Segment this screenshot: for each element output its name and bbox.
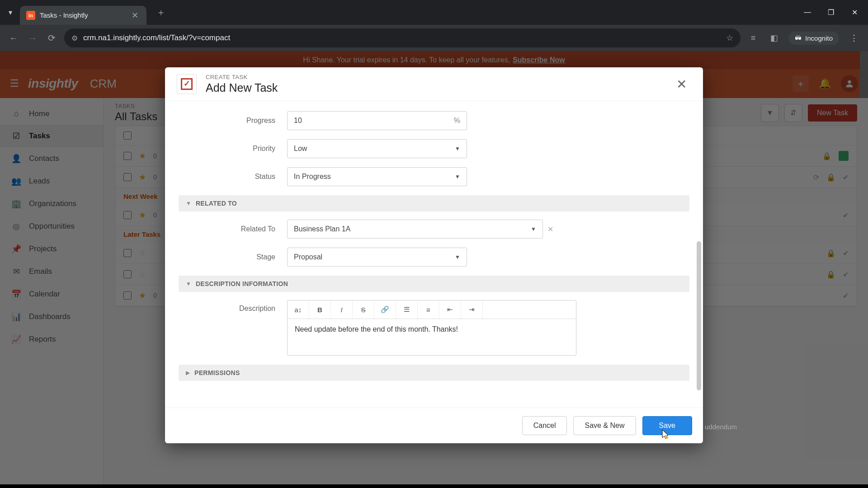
stage-value: Proposal [294,253,322,261]
section-title: PERMISSIONS [194,369,240,376]
bullet-list-icon[interactable]: ☰ [396,300,418,319]
stage-select[interactable]: Proposal ▼ [287,248,467,267]
outdent-icon[interactable]: ⇤ [439,300,461,319]
browser-tab-strip: ▾ in Tasks - Insightly ✕ ＋ ― ❐ ✕ [0,0,868,25]
incognito-chip[interactable]: 🕶 Incognito [788,32,839,45]
cancel-button[interactable]: Cancel [522,416,567,435]
number-list-icon[interactable]: ≡ [418,300,439,319]
section-title: DESCRIPTION INFORMATION [196,280,288,287]
status-value: In Progress [294,173,331,181]
minimize-icon[interactable]: ― [802,8,813,17]
modal-scrollbar[interactable] [697,241,701,390]
section-permissions[interactable]: ▶ PERMISSIONS [179,365,689,381]
chevron-down-icon: ▼ [455,174,460,180]
save-button[interactable]: Save [642,416,692,435]
bold-icon[interactable]: B [309,300,331,319]
section-title: RELATED TO [196,200,237,207]
close-tab-icon[interactable]: ✕ [130,10,140,20]
modal-title: Add New Task [206,81,278,94]
modal-footer: uddendum Cancel Save & New Save [165,408,703,443]
reload-icon[interactable]: ⟳ [45,33,58,43]
chevron-down-icon: ▼ [455,254,460,260]
sidepanel-icon[interactable]: ◧ [768,33,780,43]
back-icon[interactable]: ← [7,33,20,43]
url-text: crm.na1.insightly.com/list/Task/?v=compa… [83,33,721,42]
priority-value: Low [294,145,307,153]
description-editor: a↕ B I S 🔗 ☰ ≡ ⇤ ⇥ Need update before th… [287,300,576,356]
modal-header: CREATE TASK Add New Task ✕ [165,67,703,101]
font-size-icon[interactable]: a↕ [288,300,309,319]
close-icon[interactable]: ✕ [672,75,691,94]
indent-icon[interactable]: ⇥ [461,300,483,319]
description-label: Description [179,300,287,313]
site-info-icon[interactable]: ⚙ [71,34,78,42]
forward-icon[interactable]: → [26,33,39,43]
address-bar: ← → ⟳ ⚙ crm.na1.insightly.com/list/Task/… [0,25,868,51]
modal-overlay[interactable]: CREATE TASK Add New Task ✕ Progress 10 %… [0,51,868,484]
strike-icon[interactable]: S [353,300,374,319]
priority-label: Priority [179,145,287,153]
save-and-new-button[interactable]: Save & New [573,416,636,435]
browser-tab[interactable]: in Tasks - Insightly ✕ [20,6,146,25]
tab-favicon-icon: in [26,11,35,20]
background-text-fragment: uddendum [705,423,737,431]
section-description-info[interactable]: ▼ DESCRIPTION INFORMATION [179,276,689,292]
add-task-modal: CREATE TASK Add New Task ✕ Progress 10 %… [165,67,703,443]
modal-body: Progress 10 % Priority Low ▼ Status [165,101,703,408]
progress-input[interactable]: 10 % [287,111,467,130]
progress-label: Progress [179,117,287,125]
related-to-select[interactable]: Business Plan 1A ▼ [287,220,543,239]
stage-label: Stage [179,253,287,261]
chevron-down-icon: ▼ [186,200,191,206]
incognito-label: Incognito [805,34,833,42]
link-icon[interactable]: 🔗 [374,300,396,319]
status-select[interactable]: In Progress ▼ [287,167,467,186]
window-controls: ― ❐ ✕ [802,8,863,17]
status-label: Status [179,173,287,181]
clear-related-icon[interactable]: ✕ [547,225,553,234]
tab-search-icon[interactable]: ▾ [5,7,16,19]
modal-eyebrow: CREATE TASK [206,74,278,80]
progress-value: 10 [294,117,302,125]
close-window-icon[interactable]: ✕ [849,8,860,17]
percent-icon: % [454,117,460,125]
description-textarea[interactable]: Need update before the end of this month… [288,319,576,355]
task-icon [177,74,197,94]
browser-menu-icon[interactable]: ⋮ [847,33,861,43]
chevron-down-icon: ▼ [455,145,460,152]
app-wrapper: Hi Shane. Your trial expires in 14 days.… [0,51,868,484]
chevron-down-icon: ▼ [531,226,536,232]
editor-toolbar: a↕ B I S 🔗 ☰ ≡ ⇤ ⇥ [288,300,576,319]
bookmark-star-icon[interactable]: ☆ [726,33,733,43]
new-tab-button[interactable]: ＋ [154,5,168,20]
related-to-value: Business Plan 1A [294,225,350,233]
maximize-icon[interactable]: ❐ [826,8,836,17]
reading-list-icon[interactable]: ≡ [747,33,760,43]
priority-select[interactable]: Low ▼ [287,139,467,158]
url-field[interactable]: ⚙ crm.na1.insightly.com/list/Task/?v=com… [64,28,741,47]
section-related-to[interactable]: ▼ RELATED TO [179,195,689,211]
chevron-down-icon: ▼ [186,281,191,287]
chevron-right-icon: ▶ [186,370,190,376]
incognito-icon: 🕶 [795,34,802,42]
related-to-label: Related To [179,225,287,233]
tab-title: Tasks - Insightly [40,11,130,19]
italic-icon[interactable]: I [331,300,353,319]
